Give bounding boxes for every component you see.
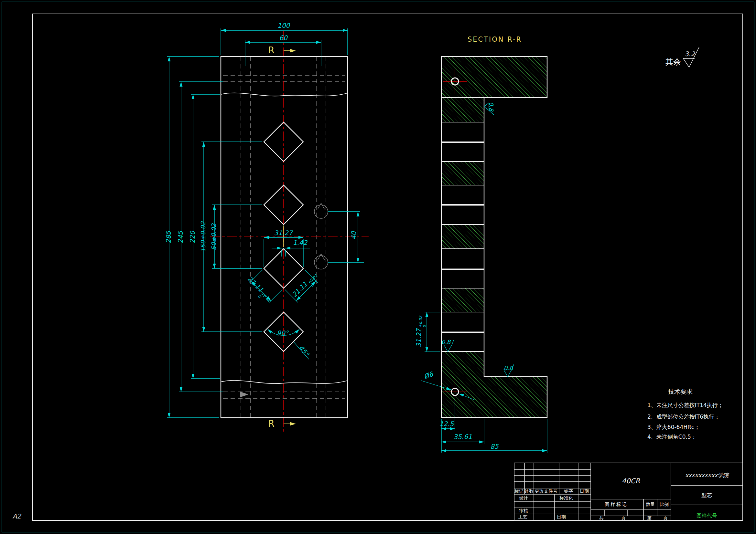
roughness-0-8-c: 0.8	[488, 102, 495, 112]
dim-220: 220	[189, 231, 196, 243]
tb-quantity: 数量	[646, 502, 655, 507]
section-title: SECTION R-R	[468, 36, 522, 43]
tb-drawing-mark: 图样标记	[605, 502, 628, 507]
main-view-outline	[221, 57, 348, 418]
sheet-border	[2, 2, 754, 532]
roughness-0-8-b: 0.8	[504, 365, 513, 371]
section-marker-bottom: R	[268, 418, 274, 429]
tb-page2: 页	[663, 515, 668, 521]
angle-90: 90°	[277, 329, 288, 337]
tb-scale: 比例	[660, 502, 669, 507]
tech-item-4: 4、未注倒角C0.5；	[647, 433, 696, 441]
tb-review: 审核	[519, 508, 528, 514]
tb-drawing-code: 图样代号	[696, 513, 717, 520]
dim-section-31-27: 31.27+0.020	[415, 316, 426, 347]
dim-12-5: 12.5	[440, 420, 454, 428]
tb-count: 处数	[525, 489, 533, 494]
dim-35-61: 35.61	[453, 433, 472, 441]
tb-number: 第	[647, 515, 652, 521]
tb-total: 共	[599, 515, 604, 521]
ejector-arrow	[240, 392, 248, 397]
tb-part-name: 型芯	[701, 492, 712, 499]
drawing-linework	[0, 0, 756, 534]
tb-sign: 签字	[564, 489, 573, 494]
cad-canvas: A2 100 60 R R 285 245 220 150±0.02 50±0.…	[0, 0, 756, 534]
section-marker-top: R	[268, 45, 274, 56]
dim-31-27: 31.27	[274, 229, 292, 237]
dim-285: 285	[165, 231, 172, 243]
dim-150-tol: 150±0.02	[200, 222, 207, 252]
tb-date2: 日期	[557, 514, 566, 520]
tech-item-3: 3、淬火60-64HRc；	[647, 423, 700, 431]
tb-standardize: 标准化	[559, 495, 573, 501]
break-line-top	[221, 93, 348, 96]
tb-mark: 标记	[514, 489, 524, 494]
tech-requirements-title: 技术要求	[668, 388, 693, 396]
tb-material: 40CR	[622, 477, 640, 485]
tb-change-doc: 更改文件号	[535, 489, 557, 494]
roughness-0-8-a: 0.8	[441, 339, 451, 345]
dim-245: 245	[176, 231, 184, 243]
tb-process: 工艺	[518, 514, 527, 520]
break-line-bottom	[221, 381, 348, 384]
dim-60: 60	[279, 34, 287, 42]
dim-100: 100	[278, 22, 290, 29]
surface-note-value: 3.2	[685, 50, 695, 58]
tb-pages: 页	[621, 515, 626, 521]
tech-item-2: 2、成型部位公差按IT6执行；	[647, 413, 720, 420]
tb-design: 设计	[519, 495, 528, 501]
surface-note-prefix: 其余	[665, 57, 681, 67]
dim-50-tol: 50±0.02	[210, 223, 217, 250]
tech-item-1: 1、未注尺寸公差按IT14执行；	[647, 401, 723, 409]
tb-company: xxxxxxxxxx学院	[685, 472, 729, 479]
sheet-size-label: A2	[13, 512, 21, 520]
tb-date: 日期	[580, 489, 589, 494]
hidden-lines	[223, 57, 345, 418]
dim-1-42: 1.42	[293, 239, 308, 246]
dim-85: 85	[490, 443, 498, 450]
dim-40: 40	[350, 231, 358, 240]
